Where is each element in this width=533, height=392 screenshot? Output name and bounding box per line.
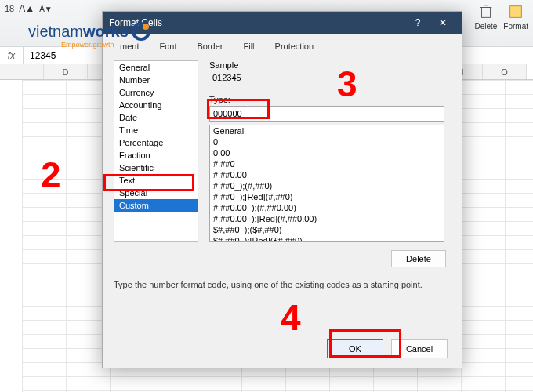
category-item-selected[interactable]: Custom	[114, 199, 198, 212]
fx-label: fx	[0, 47, 24, 64]
ok-button[interactable]: OK	[327, 339, 383, 358]
dialog-tabs: ment Font Border Fill Protection	[103, 34, 462, 54]
category-item[interactable]: Currency	[114, 86, 198, 99]
category-item[interactable]: Text	[114, 174, 198, 187]
format-button[interactable]: Format	[503, 3, 528, 31]
font-size-value[interactable]: 18	[5, 4, 14, 13]
tab-protection[interactable]: Protection	[266, 38, 324, 54]
format-item[interactable]: #,##0_);[Red](#,##0)	[210, 191, 444, 202]
format-item[interactable]: $#,##0_);($#,##0)	[210, 224, 444, 235]
format-item[interactable]: 0	[210, 136, 444, 147]
logo-tagline: Empower growth	[61, 41, 114, 49]
format-item[interactable]: #,##0_);(#,##0)	[210, 180, 444, 191]
watermark-logo: vietnamworks	[28, 22, 150, 41]
format-item[interactable]: $#,##0_);[Red]($#,##0)	[210, 235, 444, 242]
category-item[interactable]: Fraction	[114, 149, 198, 162]
hint-text: Type the number format code, using one o…	[114, 280, 451, 289]
category-list[interactable]: General Number Currency Accounting Date …	[114, 60, 198, 242]
sample-label: Sample	[209, 60, 238, 70]
cancel-button[interactable]: Cancel	[391, 339, 448, 358]
format-cells-dialog: Format Cells ? ✕ ment Font Border Fill P…	[102, 11, 462, 368]
close-icon[interactable]: ✕	[430, 12, 455, 34]
tab-border[interactable]: Border	[187, 38, 232, 54]
format-item[interactable]: #,##0.00_);[Red](#,##0.00)	[210, 213, 444, 224]
tab-alignment[interactable]: ment	[111, 38, 148, 54]
sample-value: 012345	[209, 73, 444, 87]
col-header[interactable]	[0, 64, 44, 79]
formula-value[interactable]: 12345	[24, 50, 56, 61]
format-item[interactable]: General	[210, 125, 444, 136]
category-item[interactable]: Accounting	[114, 99, 198, 111]
svg-rect-0	[481, 8, 490, 18]
dialog-titlebar[interactable]: Format Cells ? ✕	[103, 12, 462, 34]
category-item[interactable]: Percentage	[114, 136, 198, 149]
format-item[interactable]: 0.00	[210, 147, 444, 158]
category-item[interactable]: Special	[114, 187, 198, 199]
format-item[interactable]: #,##0	[210, 158, 444, 169]
category-item[interactable]: Time	[114, 124, 198, 136]
increase-font-icon[interactable]: A▲	[19, 3, 34, 14]
category-item[interactable]: General	[114, 61, 198, 74]
category-item[interactable]: Scientific	[114, 162, 198, 174]
decrease-font-icon[interactable]: A▼	[39, 5, 53, 13]
dialog-body: General Number Currency Accounting Date …	[103, 54, 462, 368]
type-label: Type:	[209, 95, 230, 104]
delete-button[interactable]: Delete	[474, 3, 497, 31]
type-input[interactable]	[209, 106, 444, 122]
category-item[interactable]: Date	[114, 111, 198, 124]
col-header[interactable]: O	[483, 64, 527, 79]
category-item[interactable]: Number	[114, 74, 198, 86]
col-header[interactable]: D	[44, 64, 88, 79]
help-icon[interactable]: ?	[405, 12, 430, 34]
delete-format-button[interactable]: Delete	[391, 250, 446, 267]
format-item[interactable]: #,##0.00	[210, 169, 444, 180]
svg-rect-1	[510, 6, 522, 18]
tab-fill[interactable]: Fill	[234, 38, 264, 54]
logo-ring-icon	[132, 22, 150, 41]
format-list[interactable]: General 0 0.00 #,##0 #,##0.00 #,##0_);(#…	[209, 125, 444, 242]
tab-font[interactable]: Font	[150, 38, 186, 54]
format-item[interactable]: #,##0.00_);(#,##0.00)	[210, 202, 444, 213]
